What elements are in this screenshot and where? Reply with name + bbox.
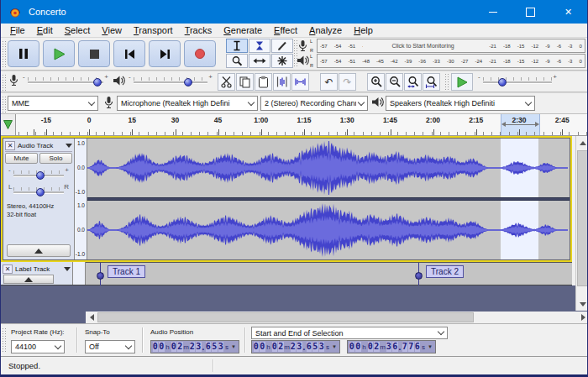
- label-marker[interactable]: [100, 263, 101, 285]
- time-digit[interactable]: 0: [368, 342, 374, 352]
- play-at-speed-button[interactable]: [451, 73, 473, 91]
- play-volume-thumb[interactable]: [184, 78, 192, 86]
- record-meter[interactable]: -57-54-51-48-45-42-39-36-33-30-27-24-21-…: [317, 39, 585, 53]
- time-digit[interactable]: 6: [392, 342, 398, 352]
- copy-button[interactable]: [236, 73, 254, 91]
- device-grip[interactable]: [2, 96, 6, 113]
- time-digit[interactable]: 2: [374, 342, 380, 352]
- silence-audio-button[interactable]: [291, 73, 309, 91]
- label-flag-icon[interactable]: [97, 272, 104, 280]
- dropdown-arrow-icon[interactable]: ▾: [230, 343, 238, 350]
- menu-tracks[interactable]: Tracks: [179, 24, 218, 37]
- selection-grip[interactable]: [2, 327, 6, 353]
- play-button[interactable]: [43, 40, 75, 67]
- label-track-content[interactable]: Track 1 Track 2: [86, 262, 572, 285]
- label-marker[interactable]: [418, 263, 419, 285]
- waveform-channel-right[interactable]: [87, 201, 570, 259]
- horizontal-scrollbar[interactable]: [86, 312, 588, 323]
- time-digit[interactable]: 0: [254, 342, 260, 352]
- dropdown-arrow-icon[interactable]: ▾: [331, 343, 339, 350]
- mixer-grip[interactable]: [2, 74, 6, 91]
- transcription-grip[interactable]: [444, 73, 449, 90]
- time-digit[interactable]: 2: [291, 342, 297, 352]
- record-button[interactable]: [184, 40, 216, 67]
- toolbar-grip[interactable]: [2, 40, 6, 69]
- time-digit[interactable]: 0: [153, 342, 159, 352]
- horizontal-scroll-thumb[interactable]: [97, 312, 474, 322]
- label-track[interactable]: ✕ Label Track Track 1 Track 2: [1, 262, 572, 285]
- selection-start-field[interactable]: 00h02m23.653s▾: [251, 340, 340, 353]
- timeline-ruler[interactable]: -1501530451:001:151:301:452:002:152:302:…: [15, 114, 587, 135]
- monitor-hint[interactable]: Click to Start Monitoring: [363, 41, 483, 50]
- play-volume-slider[interactable]: -+: [129, 75, 213, 86]
- draw-tool-button[interactable]: [271, 39, 293, 53]
- time-digit[interactable]: 0: [171, 342, 177, 352]
- zoom-selection-button[interactable]: [404, 73, 422, 91]
- redo-button[interactable]: ↷: [339, 73, 356, 91]
- trim-audio-button[interactable]: [273, 73, 291, 91]
- time-digit[interactable]: 0: [272, 342, 278, 352]
- time-digit[interactable]: 3: [386, 342, 392, 352]
- time-digit[interactable]: 0: [355, 342, 361, 352]
- time-digit[interactable]: 3: [319, 342, 325, 352]
- menu-view[interactable]: View: [96, 24, 128, 37]
- timeshift-tool-button[interactable]: [249, 54, 270, 68]
- selection-mode-select[interactable]: Start and End of Selection: [251, 327, 448, 339]
- time-digit[interactable]: 5: [312, 342, 318, 352]
- menu-effect[interactable]: Effect: [268, 24, 303, 37]
- label-text-track1[interactable]: Track 1: [108, 265, 145, 278]
- label-track-close-button[interactable]: ✕: [3, 264, 13, 274]
- audio-host-select[interactable]: MME: [8, 96, 98, 111]
- time-digit[interactable]: 5: [212, 342, 218, 352]
- time-digit[interactable]: 6: [206, 342, 212, 352]
- record-volume-thumb[interactable]: [93, 78, 102, 86]
- pan-thumb[interactable]: [36, 188, 45, 196]
- menu-file[interactable]: File: [4, 24, 31, 37]
- multi-tool-button[interactable]: [271, 54, 293, 68]
- label-text-track2[interactable]: Track 2: [426, 265, 464, 278]
- time-digit[interactable]: 0: [349, 342, 355, 352]
- play-speed-slider[interactable]: -+: [478, 75, 557, 86]
- skip-to-start-button[interactable]: [113, 40, 145, 67]
- waveform-channel-left[interactable]: [87, 139, 570, 197]
- selection-end-field[interactable]: 00h02m36.776s▾: [347, 340, 436, 353]
- solo-button[interactable]: Solo: [39, 153, 72, 164]
- vertical-scrollbar[interactable]: [575, 136, 588, 311]
- maximize-button[interactable]: [512, 0, 549, 24]
- label-flag-icon[interactable]: [415, 272, 423, 280]
- label-track-menu-arrow-icon[interactable]: [64, 267, 71, 271]
- time-digit[interactable]: 3: [218, 342, 224, 352]
- paste-button[interactable]: [255, 73, 272, 91]
- track-collapse-button[interactable]: [7, 244, 71, 257]
- dropdown-arrow-icon[interactable]: ▾: [427, 343, 434, 350]
- close-button[interactable]: ✕: [549, 0, 587, 24]
- input-channels-select[interactable]: 2 (Stereo) Recording Channels: [260, 96, 368, 111]
- scroll-down-button[interactable]: [576, 297, 588, 311]
- input-device-select[interactable]: Microphone (Realtek High Defini: [117, 96, 258, 111]
- time-digit[interactable]: 7: [408, 342, 414, 352]
- menu-select[interactable]: Select: [59, 24, 97, 37]
- time-digit[interactable]: 0: [159, 342, 165, 352]
- menu-help[interactable]: Help: [348, 24, 379, 37]
- gain-thumb[interactable]: [36, 171, 45, 180]
- time-digit[interactable]: 2: [278, 342, 284, 352]
- menu-edit[interactable]: Edit: [31, 24, 59, 37]
- time-digit[interactable]: 3: [196, 342, 202, 352]
- track-close-button[interactable]: ✕: [5, 141, 15, 150]
- minimize-button[interactable]: [474, 0, 512, 24]
- title-bar[interactable]: Concerto ✕: [1, 0, 587, 24]
- vertical-scroll-thumb[interactable]: [577, 150, 588, 286]
- track-menu-arrow-icon[interactable]: [66, 144, 72, 148]
- time-digit[interactable]: 0: [260, 342, 265, 352]
- skip-to-end-button[interactable]: [149, 40, 181, 67]
- audio-track[interactable]: ✕ Audio Track Mute Solo - + L R Stereo, …: [1, 136, 572, 262]
- undo-button[interactable]: ↶: [320, 73, 338, 91]
- audio-position-field[interactable]: 00h02m23.653s▾: [150, 340, 239, 353]
- time-digit[interactable]: 6: [307, 342, 312, 352]
- snap-to-select[interactable]: Off: [85, 340, 135, 353]
- pause-button[interactable]: [8, 40, 39, 67]
- time-digit[interactable]: 6: [415, 342, 421, 352]
- zoom-out-button[interactable]: [386, 73, 403, 91]
- menu-transport[interactable]: Transport: [128, 24, 179, 37]
- timeline-pin-button[interactable]: [1, 114, 16, 135]
